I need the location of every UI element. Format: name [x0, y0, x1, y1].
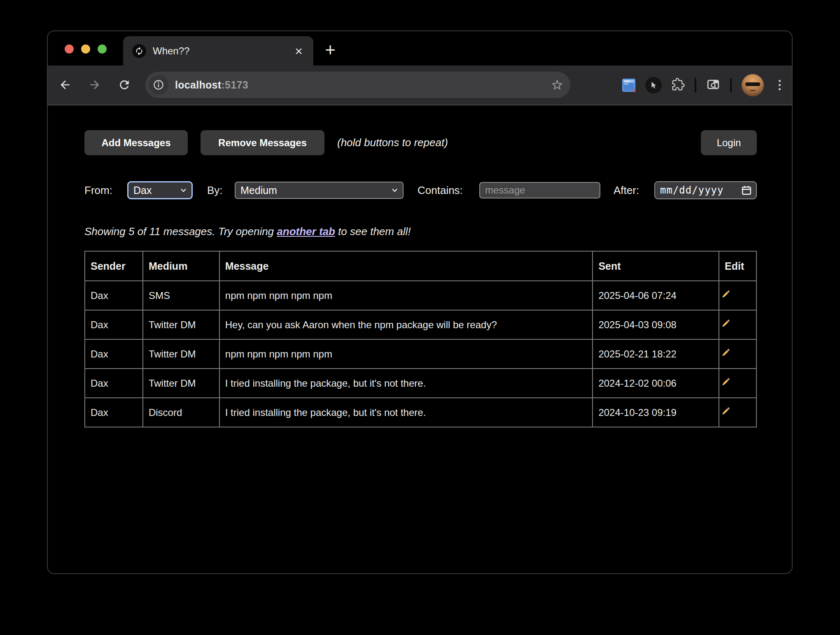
cell-message: Hey, can you ask Aaron when the npm pack…	[219, 310, 593, 339]
page-content: Add Messages Remove Messages (hold butto…	[48, 106, 792, 573]
cell-message: npm npm npm npm npm	[219, 339, 593, 369]
new-tab-button[interactable]: +	[321, 40, 340, 59]
from-select[interactable]: Dax	[127, 181, 193, 199]
edit-button[interactable]	[719, 369, 756, 398]
tab-title: When??	[153, 45, 293, 57]
status-line: Showing 5 of 11 messages. Try opening an…	[84, 225, 411, 238]
reload-icon[interactable]	[118, 78, 131, 91]
cell-medium: Twitter DM	[143, 369, 219, 398]
cell-sender: Dax	[85, 339, 143, 369]
from-label: From:	[84, 181, 112, 199]
tab-search-icon[interactable]	[706, 77, 720, 93]
contains-label: Contains:	[418, 181, 463, 199]
cell-sent: 2025-04-06 07:24	[593, 281, 719, 310]
toolbar-right-icons	[622, 65, 785, 105]
table-row: Dax Discord I tried installing the packa…	[85, 398, 756, 427]
table-row: Dax Twitter DM I tried installing the pa…	[85, 369, 756, 398]
cell-sender: Dax	[85, 281, 143, 310]
add-messages-button[interactable]: Add Messages	[84, 130, 188, 155]
contains-input[interactable]	[479, 182, 600, 198]
cell-sender: Dax	[85, 310, 143, 339]
tab-close-icon[interactable]: ×	[293, 44, 304, 58]
edit-button[interactable]	[719, 310, 756, 339]
header-sent: Sent	[593, 251, 719, 281]
edit-button[interactable]	[719, 339, 756, 369]
header-sender: Sender	[85, 251, 143, 281]
table-row: Dax SMS npm npm npm npm npm 2025-04-06 0…	[85, 281, 756, 310]
cursor-extension-icon[interactable]	[645, 77, 662, 93]
pencil-icon	[719, 347, 732, 359]
toolbar-divider	[730, 78, 732, 93]
browser-tab[interactable]: When?? ×	[123, 36, 313, 65]
another-tab-link[interactable]: another tab	[277, 225, 335, 238]
status-prefix: Showing 5 of 11 messages. Try opening	[84, 225, 277, 238]
chevron-down-icon	[392, 188, 398, 192]
bookmark-star-icon[interactable]	[551, 78, 564, 91]
cell-sender: Dax	[85, 369, 143, 398]
cell-message: npm npm npm npm npm	[219, 281, 593, 310]
minimize-window-button[interactable]	[81, 44, 90, 54]
cell-sent: 2024-10-23 09:19	[593, 398, 719, 427]
edit-button[interactable]	[719, 398, 756, 427]
cell-medium: SMS	[143, 281, 219, 310]
back-arrow-icon[interactable]	[58, 78, 72, 91]
pencil-icon	[719, 288, 732, 301]
remove-messages-button[interactable]: Remove Messages	[201, 130, 324, 155]
browser-window: When?? × + localhost:5173	[47, 30, 793, 574]
window-resizer-extension-icon[interactable]	[622, 79, 635, 92]
url-text[interactable]: localhost:5173	[175, 79, 551, 91]
table-header-row: Sender Medium Message Sent Edit	[85, 251, 756, 281]
login-button[interactable]: Login	[701, 130, 757, 155]
after-date-input[interactable]: mm/dd/yyyy	[654, 181, 757, 199]
browser-toolbar: localhost:5173	[48, 65, 792, 105]
by-label: By:	[207, 181, 223, 199]
profile-avatar[interactable]	[742, 74, 764, 96]
address-bar[interactable]: localhost:5173	[145, 72, 570, 98]
pencil-icon	[719, 405, 732, 418]
calendar-icon[interactable]	[741, 185, 752, 196]
cell-medium: Discord	[143, 398, 219, 427]
header-medium: Medium	[143, 251, 219, 281]
title-bar: When?? × +	[48, 31, 792, 65]
cell-sent: 2025-04-03 09:08	[593, 310, 719, 339]
status-suffix: to see them all!	[335, 225, 411, 238]
table-row: Dax Twitter DM npm npm npm npm npm 2025-…	[85, 339, 756, 369]
cell-medium: Twitter DM	[143, 310, 219, 339]
zoom-window-button[interactable]	[98, 44, 107, 54]
url-port: :5173	[221, 79, 248, 91]
chevron-down-icon	[180, 188, 187, 192]
close-window-button[interactable]	[65, 44, 74, 54]
cell-medium: Twitter DM	[143, 339, 219, 369]
messages-table: Sender Medium Message Sent Edit Dax SMS …	[84, 251, 757, 427]
table-row: Dax Twitter DM Hey, can you ask Aaron wh…	[85, 310, 756, 339]
cell-sender: Dax	[85, 398, 143, 427]
cell-sent: 2025-02-21 18:22	[593, 339, 719, 369]
pencil-icon	[719, 376, 732, 388]
page-info-icon[interactable]	[149, 75, 168, 95]
cell-message: I tried installing the package, but it's…	[219, 369, 593, 398]
hold-buttons-hint: (hold buttons to repeat)	[337, 130, 448, 155]
after-date-value: mm/dd/yyyy	[660, 184, 741, 196]
sync-icon	[132, 44, 146, 58]
url-host: localhost	[175, 79, 221, 91]
pencil-icon	[719, 318, 732, 330]
after-label: After:	[614, 181, 639, 199]
cell-message: I tried installing the package, but it's…	[219, 398, 593, 427]
header-message: Message	[219, 251, 593, 281]
edit-button[interactable]	[719, 281, 756, 310]
by-select[interactable]: Medium	[235, 182, 404, 199]
by-select-value: Medium	[240, 184, 392, 196]
from-select-value: Dax	[133, 184, 180, 196]
kebab-menu-icon[interactable]	[774, 79, 785, 92]
extensions-puzzle-icon[interactable]	[672, 78, 685, 93]
toolbar-divider	[695, 78, 696, 93]
forward-arrow-icon[interactable]	[88, 78, 101, 91]
header-edit: Edit	[719, 251, 756, 281]
cell-sent: 2024-12-02 00:06	[593, 369, 719, 398]
